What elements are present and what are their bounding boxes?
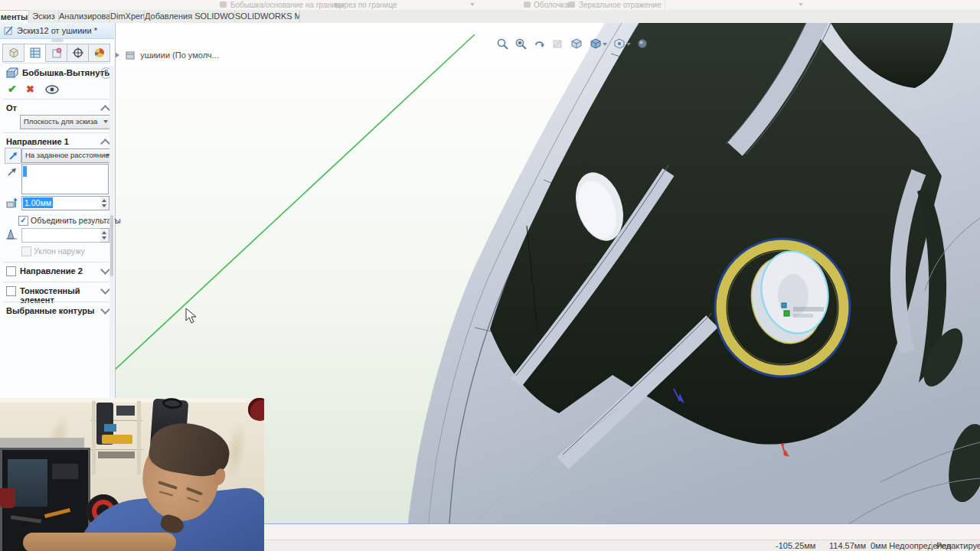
extrude-direction-icon bbox=[7, 167, 17, 177]
end-condition-dropdown[interactable]: На заданное расстояние bbox=[21, 148, 113, 163]
section-from-label[interactable]: От bbox=[6, 103, 17, 112]
preview-eye-icon[interactable] bbox=[44, 85, 60, 95]
heads-up-toolbar bbox=[496, 34, 649, 53]
status-separator bbox=[931, 541, 932, 551]
boss-extrude-icon bbox=[6, 67, 19, 79]
direction-selection-box[interactable] bbox=[21, 164, 109, 194]
ribbon-sliver: Бобышка/основание на границе вырез по гр… bbox=[0, 0, 980, 11]
section-dir1-label[interactable]: Направление 1 bbox=[6, 137, 69, 146]
part-document-icon bbox=[126, 51, 136, 60]
depth-icon bbox=[5, 197, 18, 209]
shell-icon bbox=[524, 2, 531, 8]
tab-elements[interactable]: менты bbox=[0, 10, 29, 23]
sketch-icon bbox=[4, 25, 14, 35]
tab-evaluate[interactable]: Анализировать bbox=[59, 10, 110, 22]
ribbon-caret-2[interactable] bbox=[799, 3, 803, 6]
tab-featuremanager[interactable] bbox=[2, 44, 24, 62]
feature-name: Бобышка-Вытянуть bbox=[22, 68, 109, 77]
cancel-button[interactable]: ✖ bbox=[26, 83, 34, 95]
panel-scrollbar[interactable] bbox=[109, 66, 114, 397]
ribbon-boundary-boss-label[interactable]: Бобышка/основание на границе bbox=[230, 1, 345, 9]
ribbon-shell-label[interactable]: Оболочка bbox=[534, 1, 569, 9]
panel-title-text: Эскиз12 от ушииии * bbox=[17, 26, 97, 35]
ok-button[interactable]: ✔ bbox=[8, 83, 17, 95]
mirror-icon bbox=[568, 2, 575, 8]
reverse-direction-icon bbox=[8, 152, 18, 161]
displaymanager-icon bbox=[93, 47, 106, 59]
previous-view-icon[interactable] bbox=[533, 37, 546, 51]
section-view-icon[interactable] bbox=[551, 37, 564, 51]
tab-addins[interactable]: Добавления SOLIDWORKS bbox=[145, 10, 235, 22]
solidworks-window: Бобышка/основание на границе вырез по гр… bbox=[0, 0, 980, 551]
person-arm bbox=[23, 533, 176, 551]
draft-outward-checkbox[interactable] bbox=[21, 246, 31, 256]
appearances-icon[interactable] bbox=[636, 37, 649, 51]
from-plane-dropdown[interactable]: Плоскость для эскиза bbox=[20, 115, 110, 129]
panel-title-bar[interactable]: Эскиз12 от ушииии * bbox=[0, 23, 114, 39]
cam-shelf bbox=[90, 401, 142, 474]
featuremanager-icon bbox=[8, 47, 20, 59]
property-manager-panel: Эскиз12 от ушииии * Бобышка-Вытянуть ? ✔… bbox=[0, 23, 116, 398]
tab-mbd[interactable]: SOLIDWORKS MBD bbox=[235, 10, 300, 22]
hide-show-items-icon[interactable] bbox=[612, 37, 631, 51]
zoom-area-icon[interactable] bbox=[514, 37, 528, 51]
propertymanager-icon bbox=[29, 47, 41, 59]
zoom-fit-icon[interactable] bbox=[496, 37, 509, 51]
tab-dimxpertmanager[interactable] bbox=[67, 44, 89, 62]
ribbon-separator bbox=[665, 1, 665, 9]
tab-displaymanager[interactable] bbox=[88, 44, 110, 62]
sketch-point-handle[interactable] bbox=[782, 303, 786, 308]
ribbon-boundary-cut-label[interactable]: вырез по границе bbox=[335, 1, 397, 9]
direction2-checkbox[interactable] bbox=[6, 266, 16, 276]
tab-dimxpert[interactable]: DimXpert bbox=[110, 10, 145, 22]
view-orientation-icon[interactable] bbox=[570, 37, 583, 51]
thin-feature-checkbox[interactable] bbox=[6, 286, 16, 296]
draft-outward-label: Уклон наружу bbox=[34, 246, 85, 256]
merge-result-label[interactable]: Объединить результаты bbox=[31, 216, 120, 225]
tab-sketch[interactable]: Эскиз bbox=[29, 10, 59, 22]
dimxpertmanager-icon bbox=[72, 47, 84, 59]
boundary-boss-icon bbox=[220, 2, 227, 8]
feature-tree-flyout[interactable]: ушииии (По умолч... bbox=[115, 51, 219, 63]
commandmanager-tabs: менты Эскиз Анализировать DimXpert Добав… bbox=[0, 10, 980, 24]
section-from-collapse-icon[interactable] bbox=[100, 105, 110, 115]
tab-configurationmanager[interactable] bbox=[45, 44, 67, 62]
sketch-origin-point[interactable] bbox=[784, 311, 789, 316]
depth-input[interactable]: 1.00мм bbox=[21, 196, 102, 210]
ribbon-caret-1[interactable] bbox=[470, 3, 475, 6]
section-dir2-expand-icon[interactable] bbox=[100, 265, 110, 275]
section-dir2-label[interactable]: Направление 2 bbox=[20, 266, 83, 276]
configurationmanager-icon bbox=[51, 47, 63, 59]
panel-splitter-handle[interactable] bbox=[51, 39, 64, 42]
tree-part-name[interactable]: ушииии (По умолч... bbox=[140, 51, 219, 60]
section-contours-label[interactable]: Выбранные контуры bbox=[6, 306, 94, 315]
webcam-overlay bbox=[0, 398, 264, 551]
panel-scrollbar-thumb[interactable] bbox=[110, 215, 113, 276]
status-x-coordinate: -105.25мм bbox=[776, 541, 815, 550]
ribbon-mirror-label[interactable]: Зеркальное отражение bbox=[579, 1, 662, 9]
cam-wall-object bbox=[248, 398, 264, 421]
from-plane-value: Плоскость для эскиза bbox=[24, 117, 97, 126]
tab-propertymanager[interactable] bbox=[24, 44, 46, 62]
draft-angle-input[interactable] bbox=[21, 228, 102, 243]
end-condition-value: На заданное расстояние bbox=[25, 151, 109, 159]
section-contours-expand-icon[interactable] bbox=[100, 305, 110, 315]
display-style-icon[interactable] bbox=[589, 37, 607, 51]
draft-icon bbox=[5, 228, 18, 240]
cam-red-cup bbox=[0, 488, 15, 508]
merge-result-checkbox[interactable] bbox=[18, 216, 28, 226]
depth-value: 1.00мм bbox=[23, 197, 53, 208]
reverse-direction-button[interactable] bbox=[5, 148, 21, 164]
status-y-coordinate: 114.57мм bbox=[829, 541, 866, 550]
depth-spinner[interactable] bbox=[100, 196, 109, 210]
status-edit-mode: Редактируется Э bbox=[936, 541, 980, 550]
draft-angle-spinner[interactable] bbox=[100, 228, 109, 243]
selection-caret bbox=[23, 166, 27, 177]
section-dir1-collapse-icon[interactable] bbox=[100, 139, 110, 148]
